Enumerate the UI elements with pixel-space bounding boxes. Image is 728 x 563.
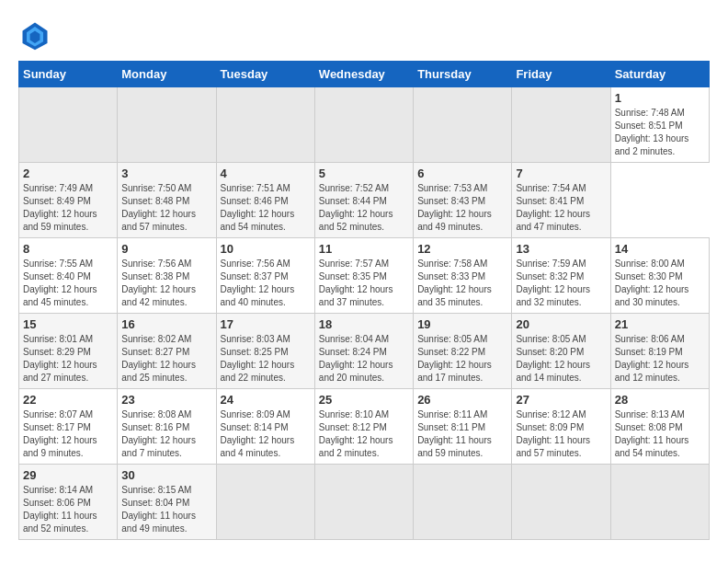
day-info: Sunrise: 7:59 AMSunset: 8:32 PMDaylight:… — [516, 258, 606, 309]
header-day-tuesday: Tuesday — [216, 62, 314, 87]
day-info: Sunrise: 8:11 AMSunset: 8:11 PMDaylight:… — [417, 408, 507, 460]
day-number: 23 — [121, 393, 211, 407]
day-number: 28 — [615, 393, 705, 407]
calendar-cell: 24Sunrise: 8:09 AMSunset: 8:14 PMDayligh… — [216, 389, 314, 465]
day-info: Sunrise: 7:55 AMSunset: 8:40 PMDaylight:… — [23, 258, 113, 309]
calendar-cell — [414, 87, 512, 163]
calendar-cell: 20Sunrise: 8:05 AMSunset: 8:20 PMDayligh… — [512, 314, 610, 389]
header-day-monday: Monday — [118, 62, 216, 87]
calendar-week-row: 29Sunrise: 8:14 AMSunset: 8:06 PMDayligh… — [19, 465, 710, 540]
day-info: Sunrise: 8:07 AMSunset: 8:17 PMDaylight:… — [23, 408, 113, 460]
day-info: Sunrise: 8:10 AMSunset: 8:12 PMDaylight:… — [319, 408, 409, 460]
calendar-table: SundayMondayTuesdayWednesdayThursdayFrid… — [18, 61, 710, 540]
calendar-cell — [19, 87, 118, 163]
day-number: 14 — [615, 242, 705, 256]
calendar-cell — [512, 465, 610, 540]
day-info: Sunrise: 8:02 AMSunset: 8:27 PMDaylight:… — [121, 333, 211, 385]
day-info: Sunrise: 7:50 AMSunset: 8:48 PMDaylight:… — [121, 182, 211, 234]
calendar-cell: 17Sunrise: 8:03 AMSunset: 8:25 PMDayligh… — [216, 314, 314, 389]
day-number: 16 — [121, 317, 211, 331]
day-info: Sunrise: 8:01 AMSunset: 8:29 PMDaylight:… — [23, 333, 113, 385]
day-number: 21 — [615, 317, 705, 331]
day-number: 24 — [221, 393, 311, 407]
day-info: Sunrise: 7:58 AMSunset: 8:33 PMDaylight:… — [417, 258, 507, 309]
day-number: 18 — [319, 317, 409, 331]
day-number: 1 — [615, 91, 705, 105]
day-number: 2 — [23, 167, 113, 180]
calendar-cell: 21Sunrise: 8:06 AMSunset: 8:19 PMDayligh… — [610, 314, 709, 389]
day-number: 26 — [417, 393, 507, 407]
calendar-cell: 6Sunrise: 7:53 AMSunset: 8:43 PMDaylight… — [414, 163, 512, 238]
header-day-sunday: Sunday — [19, 62, 118, 87]
header-day-wednesday: Wednesday — [314, 62, 413, 87]
calendar-cell: 23Sunrise: 8:08 AMSunset: 8:16 PMDayligh… — [118, 389, 216, 465]
calendar-cell: 5Sunrise: 7:52 AMSunset: 8:44 PMDaylight… — [314, 163, 413, 238]
day-info: Sunrise: 7:56 AMSunset: 8:38 PMDaylight:… — [121, 258, 211, 309]
calendar-cell — [414, 465, 512, 540]
day-info: Sunrise: 7:49 AMSunset: 8:49 PMDaylight:… — [23, 182, 113, 234]
calendar-cell: 7Sunrise: 7:54 AMSunset: 8:41 PMDaylight… — [512, 163, 610, 238]
calendar-week-row: 15Sunrise: 8:01 AMSunset: 8:29 PMDayligh… — [19, 314, 710, 389]
day-number: 12 — [417, 242, 507, 256]
calendar-cell: 14Sunrise: 8:00 AMSunset: 8:30 PMDayligh… — [610, 238, 709, 314]
day-number: 19 — [417, 317, 507, 331]
calendar-cell: 18Sunrise: 8:04 AMSunset: 8:24 PMDayligh… — [314, 314, 413, 389]
day-info: Sunrise: 7:48 AMSunset: 8:51 PMDaylight:… — [615, 107, 705, 158]
calendar-cell — [314, 87, 413, 163]
day-number: 30 — [121, 468, 211, 482]
day-number: 11 — [319, 242, 409, 256]
day-info: Sunrise: 8:09 AMSunset: 8:14 PMDaylight:… — [221, 408, 311, 460]
day-number: 29 — [23, 468, 113, 482]
calendar-cell: 4Sunrise: 7:51 AMSunset: 8:46 PMDaylight… — [216, 163, 314, 238]
calendar-cell — [314, 465, 413, 540]
day-info: Sunrise: 8:06 AMSunset: 8:19 PMDaylight:… — [615, 333, 705, 385]
day-number: 25 — [319, 393, 409, 407]
day-info: Sunrise: 8:00 AMSunset: 8:30 PMDaylight:… — [615, 258, 705, 309]
day-info: Sunrise: 8:15 AMSunset: 8:04 PMDaylight:… — [121, 484, 211, 535]
day-number: 27 — [516, 393, 606, 407]
header-day-friday: Friday — [512, 62, 610, 87]
calendar-cell: 2Sunrise: 7:49 AMSunset: 8:49 PMDaylight… — [19, 163, 118, 238]
day-info: Sunrise: 7:56 AMSunset: 8:37 PMDaylight:… — [221, 258, 311, 309]
calendar-cell — [512, 87, 610, 163]
day-info: Sunrise: 8:05 AMSunset: 8:20 PMDaylight:… — [516, 333, 606, 385]
day-number: 17 — [221, 317, 311, 331]
calendar-cell: 19Sunrise: 8:05 AMSunset: 8:22 PMDayligh… — [414, 314, 512, 389]
calendar-cell: 11Sunrise: 7:57 AMSunset: 8:35 PMDayligh… — [314, 238, 413, 314]
day-number: 22 — [23, 393, 113, 407]
calendar-cell — [118, 87, 216, 163]
day-info: Sunrise: 8:14 AMSunset: 8:06 PMDaylight:… — [23, 484, 113, 535]
calendar-week-row: 22Sunrise: 8:07 AMSunset: 8:17 PMDayligh… — [19, 389, 710, 465]
calendar-week-row: 8Sunrise: 7:55 AMSunset: 8:40 PMDaylight… — [19, 238, 710, 314]
calendar-cell: 26Sunrise: 8:11 AMSunset: 8:11 PMDayligh… — [414, 389, 512, 465]
calendar-cell: 28Sunrise: 8:13 AMSunset: 8:08 PMDayligh… — [610, 389, 709, 465]
calendar-cell: 1Sunrise: 7:48 AMSunset: 8:51 PMDaylight… — [610, 87, 709, 163]
day-info: Sunrise: 8:08 AMSunset: 8:16 PMDaylight:… — [121, 408, 211, 460]
day-info: Sunrise: 8:13 AMSunset: 8:08 PMDaylight:… — [615, 408, 705, 460]
day-info: Sunrise: 8:03 AMSunset: 8:25 PMDaylight:… — [221, 333, 311, 385]
day-number: 8 — [23, 242, 113, 256]
day-number: 13 — [516, 242, 606, 256]
day-info: Sunrise: 8:04 AMSunset: 8:24 PMDaylight:… — [319, 333, 409, 385]
day-info: Sunrise: 7:52 AMSunset: 8:44 PMDaylight:… — [319, 182, 409, 234]
calendar-cell: 30Sunrise: 8:15 AMSunset: 8:04 PMDayligh… — [118, 465, 216, 540]
day-info: Sunrise: 7:57 AMSunset: 8:35 PMDaylight:… — [319, 258, 409, 309]
calendar-cell: 29Sunrise: 8:14 AMSunset: 8:06 PMDayligh… — [19, 465, 118, 540]
day-info: Sunrise: 7:54 AMSunset: 8:41 PMDaylight:… — [516, 182, 606, 234]
day-info: Sunrise: 8:12 AMSunset: 8:09 PMDaylight:… — [516, 408, 606, 460]
calendar-cell — [216, 465, 314, 540]
day-number: 6 — [417, 167, 507, 180]
day-number: 5 — [319, 167, 409, 180]
page-header — [18, 18, 710, 52]
calendar-cell: 16Sunrise: 8:02 AMSunset: 8:27 PMDayligh… — [118, 314, 216, 389]
calendar-cell: 12Sunrise: 7:58 AMSunset: 8:33 PMDayligh… — [414, 238, 512, 314]
logo-icon — [18, 18, 51, 52]
calendar-cell — [610, 465, 709, 540]
calendar-cell: 25Sunrise: 8:10 AMSunset: 8:12 PMDayligh… — [314, 389, 413, 465]
header-day-thursday: Thursday — [414, 62, 512, 87]
calendar-cell: 8Sunrise: 7:55 AMSunset: 8:40 PMDaylight… — [19, 238, 118, 314]
day-info: Sunrise: 8:05 AMSunset: 8:22 PMDaylight:… — [417, 333, 507, 385]
calendar-cell: 27Sunrise: 8:12 AMSunset: 8:09 PMDayligh… — [512, 389, 610, 465]
day-number: 20 — [516, 317, 606, 331]
calendar-cell: 3Sunrise: 7:50 AMSunset: 8:48 PMDaylight… — [118, 163, 216, 238]
